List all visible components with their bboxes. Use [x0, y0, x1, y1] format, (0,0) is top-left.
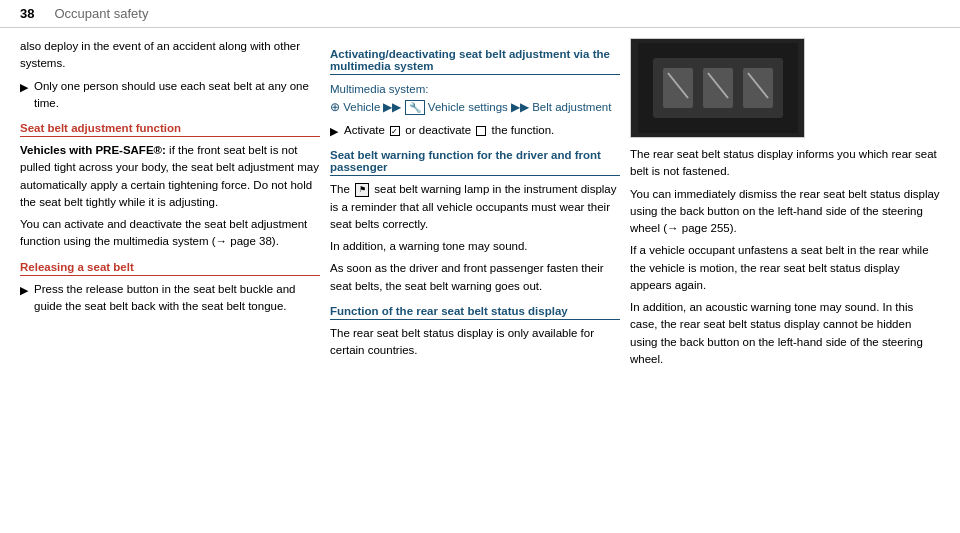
intro-block: also deploy in the event of an accident …	[20, 38, 320, 112]
rear-text: The rear seat belt status display is onl…	[330, 325, 620, 360]
warning-heading-text: Seat belt warning function for the drive…	[330, 149, 601, 173]
page-header: 38 Occupant safety	[0, 0, 960, 28]
arrow-icon: ▶	[20, 79, 28, 96]
activate-text: You can activate and deactivate the seat…	[20, 216, 320, 251]
warning-para-1: The ⚑ seat belt warning lamp in the inst…	[330, 181, 620, 233]
page-number: 38	[20, 6, 34, 21]
soon-text: As soon as the driver and front passenge…	[330, 260, 620, 295]
multimedia-block: Multimedia system: ⊕ Vehicle ▶▶ 🔧 Vehicl…	[330, 80, 620, 117]
rear-display-heading: Function of the rear seat belt status di…	[330, 305, 620, 320]
checkbox-unchecked	[476, 126, 486, 136]
mid-column: Activating/deactivating seat belt adjust…	[330, 38, 620, 517]
multimedia-path-text: ⊕ Vehicle ▶▶ 🔧 Vehicle settings ▶▶ Belt …	[330, 101, 611, 113]
releasing-heading: Releasing a seat belt	[20, 261, 320, 276]
arrow-icon-3: ▶	[330, 123, 338, 140]
right-para-2: You can immediately dismiss the rear sea…	[630, 186, 940, 238]
bullet-1-text: Only one person should use each seat bel…	[34, 78, 320, 113]
activate-bullet: ▶ Activate or deactivate the function.	[330, 122, 620, 140]
right-column: The rear seat belt status display inform…	[630, 38, 940, 517]
belt-display-svg	[638, 43, 798, 133]
rear-heading-text: Function of the rear seat belt status di…	[330, 305, 568, 317]
addition-text: In addition, a warning tone may sound.	[330, 238, 620, 255]
right-para-3: If a vehicle occupant unfastens a seat b…	[630, 242, 940, 294]
left-column: also deploy in the event of an accident …	[20, 38, 320, 517]
intro-text-1: also deploy in the event of an accident …	[20, 38, 320, 73]
svg-rect-3	[703, 68, 733, 108]
multimedia-label: Multimedia system:	[330, 83, 428, 95]
main-content: also deploy in the event of an accident …	[0, 28, 960, 527]
activating-heading-text: Activating/deactivating seat belt adjust…	[330, 48, 610, 72]
svg-rect-2	[663, 68, 693, 108]
bullet-item-2: ▶ Press the release button in the seat b…	[20, 281, 320, 316]
warning-function-heading: Seat belt warning function for the drive…	[330, 149, 620, 176]
arrow-icon-2: ▶	[20, 282, 28, 299]
activating-heading: Activating/deactivating seat belt adjust…	[330, 48, 620, 75]
bullet-item-1: ▶ Only one person should use each seat b…	[20, 78, 320, 113]
bullet-2-text: Press the release button in the seat bel…	[34, 281, 320, 316]
seat-belt-adjustment-heading: Seat belt adjustment function	[20, 122, 320, 137]
seat-belt-display-image	[630, 38, 805, 138]
checkbox-checked	[390, 126, 400, 136]
svg-rect-4	[743, 68, 773, 108]
vehicles-bold: Vehicles with PRE-SAFE®:	[20, 144, 166, 156]
right-para-4: In addition, an acoustic warning tone ma…	[630, 299, 940, 368]
activate-line: Activate or deactivate the function.	[344, 122, 554, 139]
vehicles-text-block: Vehicles with PRE-SAFE®: if the front se…	[20, 142, 320, 211]
right-para-1: The rear seat belt status display inform…	[630, 146, 940, 181]
chapter-title: Occupant safety	[54, 6, 148, 21]
warning-lamp-icon: ⚑	[355, 183, 369, 197]
